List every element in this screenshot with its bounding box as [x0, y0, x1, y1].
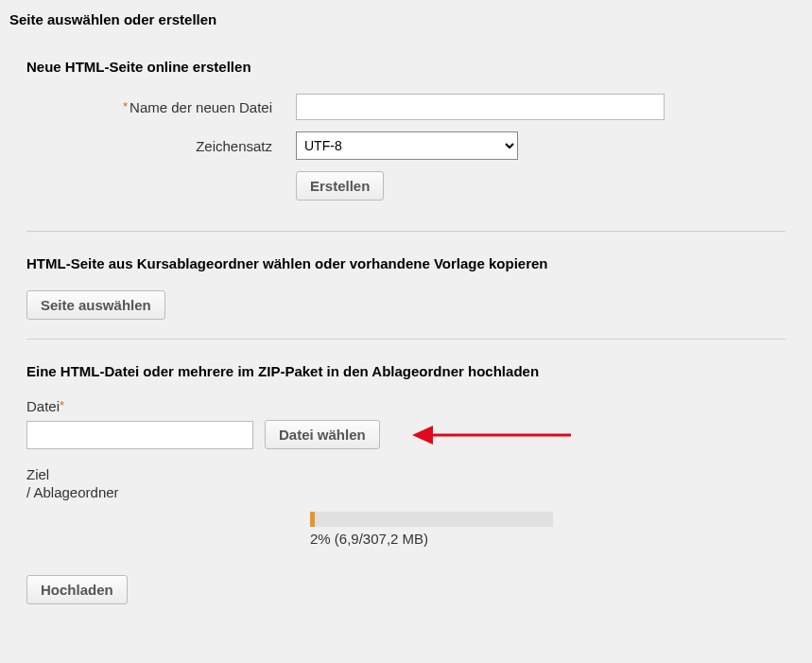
progress-bar — [310, 512, 553, 527]
required-asterisk: * — [123, 99, 128, 113]
choose-page-button[interactable]: Seite auswählen — [26, 290, 165, 320]
main-panel: Neue HTML-Seite online erstellen *Name d… — [8, 35, 804, 652]
file-row: Datei wählen — [26, 420, 786, 449]
progress-text: 2% (6,9/307,2 MB) — [310, 531, 786, 547]
upload-section-title: Eine HTML-Datei oder mehrere im ZIP-Pake… — [26, 363, 786, 379]
svg-marker-1 — [412, 426, 433, 445]
arrow-icon — [410, 421, 580, 449]
required-asterisk: * — [60, 398, 64, 412]
progress-fill — [310, 512, 315, 527]
create-section: Neue HTML-Seite online erstellen *Name d… — [26, 35, 786, 231]
filename-label: *Name der neuen Datei — [26, 99, 296, 115]
create-button[interactable]: Erstellen — [296, 171, 384, 201]
filename-label-text: Name der neuen Datei — [130, 99, 272, 115]
file-choose-button[interactable]: Datei wählen — [265, 420, 380, 449]
file-input[interactable] — [26, 421, 253, 449]
choose-section-title: HTML-Seite aus Kursablageordner wählen o… — [26, 255, 786, 271]
upload-section: Eine HTML-Datei oder mehrere im ZIP-Pake… — [26, 340, 786, 623]
progress-bar-wrap — [310, 512, 786, 527]
file-label: Datei* — [26, 398, 786, 414]
charset-row: Zeichensatz UTF-8 — [26, 131, 786, 160]
create-section-title: Neue HTML-Seite online erstellen — [26, 59, 786, 75]
upload-button[interactable]: Hochladen — [26, 575, 128, 604]
filename-input[interactable] — [296, 94, 665, 120]
file-label-text: Datei — [26, 398, 60, 414]
target-value: / Ablageordner — [26, 484, 786, 500]
charset-select[interactable]: UTF-8 — [296, 131, 518, 160]
filename-row: *Name der neuen Datei — [26, 94, 786, 120]
target-label: Ziel — [26, 466, 786, 482]
choose-section: HTML-Seite aus Kursablageordner wählen o… — [26, 232, 786, 339]
charset-label: Zeichensatz — [26, 138, 296, 154]
page-title: Seite auswählen oder erstellen — [0, 0, 812, 35]
